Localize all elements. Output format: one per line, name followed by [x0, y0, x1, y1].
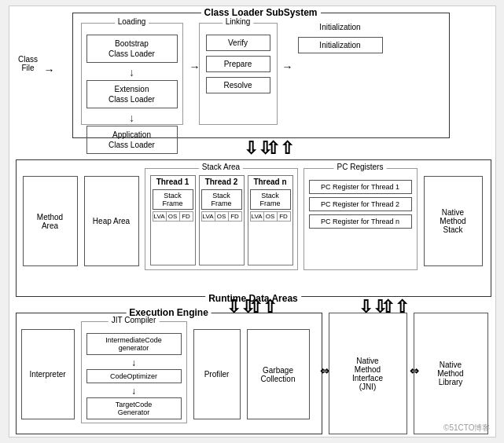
pc-reg-thread1: PC Register for Thread 1: [309, 180, 412, 194]
init-title: Initialization: [319, 23, 360, 31]
bootstrap-loader: Bootstrap Class Loader: [86, 35, 178, 63]
prepare-box: Prepare: [206, 56, 270, 72]
interpreter-label: Interpreter: [29, 370, 65, 379]
interpreter-box: Interpreter: [21, 329, 75, 419]
nmi-label: Native Method Interface (JNI): [352, 357, 383, 391]
init-group: Initialization Initialization: [293, 23, 388, 125]
stack-frame-n: Stack Frame: [250, 189, 291, 210]
jit-compiler-box: JIT Compiler IntermediateCode generator …: [81, 321, 187, 423]
loading-group: Loading Bootstrap Class Loader ↓ Extensi…: [81, 23, 183, 125]
os-2: OS: [215, 212, 229, 221]
heap-area-label: Heap Area: [93, 217, 130, 225]
thread1-col: Thread 1 Stack Frame LVA OS FD: [150, 175, 196, 265]
thread2-col: Thread 2 Stack Frame LVA OS FD: [199, 175, 245, 265]
arrow-runtime-to-cl: ⇧⇧: [266, 138, 294, 159]
os-n: OS: [264, 212, 278, 221]
fd-2: FD: [229, 212, 241, 221]
watermark: ©51CTO博客: [443, 423, 490, 434]
native-method-stack-label: Native Method Stack: [440, 208, 465, 234]
pc-reg-thread2: PC Register for Thread 2: [309, 197, 412, 211]
linking-group: Linking Verify Prepare Resolve: [199, 23, 278, 125]
class-file-arrow: →: [44, 64, 55, 76]
jit-arrow2: ↓: [82, 386, 186, 397]
application-loader: Application Class Loader: [86, 126, 178, 154]
native-method-stack-box: Native Method Stack: [424, 176, 483, 266]
nml-label: Native Method Library: [437, 361, 463, 386]
class-loader-box: Class Loader SubSystem Loading Bootstrap…: [72, 13, 450, 138]
stack-area-box: Stack Area Thread 1 Stack Frame LVA OS F…: [145, 168, 298, 270]
pc-registers-title: PC Registers: [334, 163, 387, 171]
runtime-box: Runtime Data Areas Method Area Heap Area…: [16, 159, 491, 297]
method-area-label: Method Area: [37, 213, 63, 230]
lva-2: LVA: [202, 212, 215, 221]
profiler-label: Profiler: [204, 370, 230, 379]
arrow-link-init: →: [282, 60, 293, 73]
linking-title: Linking: [223, 17, 254, 26]
gc-box: Garbage Collection: [247, 329, 310, 419]
pc-registers-box: PC Registers PC Register for Thread 1 PC…: [304, 168, 418, 270]
gc-label: Garbage Collection: [261, 366, 296, 383]
verify-box: Verify: [206, 35, 270, 51]
arrow-down1: ↓: [82, 66, 182, 79]
extension-loader: Extension Class Loader: [86, 80, 178, 108]
nml-box: Native Method Library: [414, 313, 488, 434]
threadn-col: Thread n Stack Frame LVA OS FD: [248, 175, 293, 265]
pc-reg-threadn: PC Register for Thread n: [309, 214, 412, 229]
jit-optimizer: CodeOptimizer: [86, 369, 182, 383]
class-file-label: Class File: [13, 55, 44, 72]
heap-area-box: Heap Area: [84, 176, 139, 266]
lva-n: LVA: [251, 212, 264, 221]
fd-n: FD: [278, 212, 290, 221]
stack-area-title: Stack Area: [199, 163, 243, 171]
method-area-box: Method Area: [23, 176, 78, 266]
execution-engine-box: Execution Engine Interpreter JIT Compile…: [16, 313, 322, 434]
thread2-label: Thread 2: [200, 176, 244, 186]
class-loader-title: Class Loader SubSystem: [200, 7, 320, 18]
jit-title: JIT Compiler: [109, 316, 160, 324]
jit-intermediate: IntermediateCode generator: [86, 333, 182, 355]
resolve-box: Resolve: [206, 77, 270, 93]
thread1-label: Thread 1: [151, 176, 195, 186]
lva-row-n: LVA OS FD: [250, 211, 291, 222]
lva-1: LVA: [153, 212, 167, 221]
initialization-box: Initialization: [298, 37, 383, 53]
lva-row-1: LVA OS FD: [153, 211, 193, 222]
threadn-label: Thread n: [248, 176, 292, 186]
os-1: OS: [167, 212, 180, 221]
stack-frame-1: Stack Frame: [153, 189, 193, 210]
fd-1: FD: [180, 212, 193, 221]
jit-target: TargetCode Generator: [86, 397, 182, 419]
arrow-down2: ↓: [82, 112, 182, 124]
lva-row-2: LVA OS FD: [201, 211, 242, 222]
stack-frame-2: Stack Frame: [201, 189, 242, 210]
jit-arrow1: ↓: [82, 357, 186, 368]
profiler-box: Profiler: [193, 329, 241, 419]
arrow-load-link: →: [189, 60, 200, 73]
diagram: Class Loader SubSystem Loading Bootstrap…: [9, 5, 496, 438]
loading-title: Loading: [115, 17, 149, 26]
nmi-box: Native Method Interface (JNI): [329, 313, 407, 434]
